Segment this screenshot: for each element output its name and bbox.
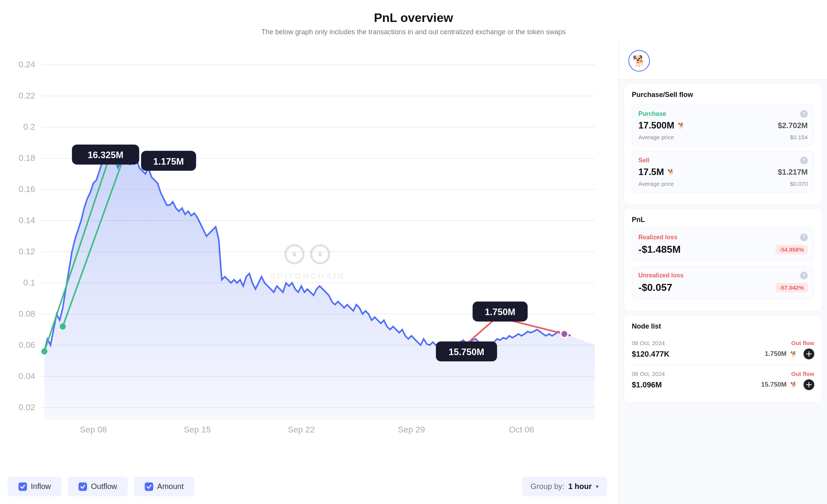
- node-tokens-2: 15.750M 🐕: [761, 379, 814, 390]
- svg-text:16.325M: 16.325M: [88, 150, 124, 160]
- node-header-row-1: 08 Oct, 2024 Out flow: [632, 340, 814, 346]
- unrealized-loss-card: Unrealized loss ? -$0.057 -57.042%: [632, 266, 814, 299]
- node-amount-row-1: $120.477K 1.750M 🐕: [632, 349, 814, 359]
- node-token-icon-1: 🐕: [789, 349, 798, 359]
- group-by-button[interactable]: Group by: 1 hour ▾: [522, 477, 607, 496]
- node-amount-row-2: $1.096M 15.750M 🐕: [632, 379, 814, 390]
- purchase-card-header: Purchase ?: [638, 110, 808, 118]
- sell-help-icon[interactable]: ?: [800, 157, 808, 164]
- outflow-label: Outflow: [91, 482, 117, 491]
- node-usd-2: $1.096M: [632, 381, 662, 389]
- svg-point-38: [562, 332, 566, 336]
- purchase-help-icon[interactable]: ?: [800, 110, 808, 118]
- hide-node-2[interactable]: [804, 379, 814, 390]
- sell-token-icon: 🐕: [666, 167, 676, 177]
- svg-text:0.14: 0.14: [18, 215, 35, 225]
- svg-text:0.18: 0.18: [18, 153, 35, 163]
- amount-label: Amount: [157, 482, 184, 491]
- amount-checkbox[interactable]: [145, 482, 153, 491]
- purchase-sell-section: Purchase/Sell flow Purchase ? 17.500M 🐕 …: [624, 83, 822, 205]
- unrealized-badge: -57.042%: [775, 283, 808, 292]
- purchase-amount: 17.500M 🐕: [638, 120, 686, 131]
- svg-text:1.750M: 1.750M: [485, 307, 515, 317]
- legend-inflow[interactable]: Inflow: [8, 477, 62, 496]
- svg-text:Sep 08: Sep 08: [80, 425, 107, 434]
- unrealized-label: Unrealized loss: [638, 272, 683, 279]
- right-panel: 🐕 Purchase/Sell flow Purchase ? 17.500M …: [619, 42, 827, 504]
- realized-badge: -54.958%: [775, 245, 808, 254]
- svg-text:Sep 29: Sep 29: [398, 425, 425, 434]
- node-date-1: 08 Oct, 2024: [632, 340, 665, 346]
- purchase-card: Purchase ? 17.500M 🐕 $2.702M Average pri…: [632, 104, 814, 146]
- page-subtitle: The below graph only includes the transa…: [0, 28, 827, 36]
- chart-area: ⊙⊙ SPITONCHAIN 0.24 0.22: [0, 42, 619, 504]
- realized-main-row: -$1.485M -54.958%: [638, 244, 808, 255]
- sell-card: Sell ? 17.5M 🐕 $1.217M Average price $0.…: [632, 151, 814, 193]
- svg-text:15.750M: 15.750M: [449, 347, 484, 357]
- node-usd-1: $120.477K: [632, 350, 670, 359]
- page-header: PnL overview The below graph only includ…: [0, 0, 827, 42]
- chart-container: ⊙⊙ SPITONCHAIN 0.24 0.22: [8, 46, 607, 470]
- svg-text:0.02: 0.02: [18, 402, 35, 412]
- purchase-token-icon: 🐕: [676, 121, 686, 130]
- group-by-value: 1 hour: [568, 482, 592, 491]
- node-header-row-2: 08 Oct, 2024 Out flow: [632, 370, 814, 377]
- node-item: 08 Oct, 2024 Out flow $1.096M 15.750M 🐕: [632, 365, 814, 396]
- svg-text:0.12: 0.12: [18, 247, 35, 256]
- pnl-title: PnL: [632, 216, 814, 224]
- node-list-section: Node list 08 Oct, 2024 Out flow $120.477…: [624, 315, 822, 403]
- realized-value: -$1.485M: [638, 244, 681, 255]
- node-token-icon-2: 🐕: [789, 380, 798, 389]
- legend-amount[interactable]: Amount: [134, 477, 194, 496]
- token-avatar: 🐕: [628, 50, 650, 72]
- svg-text:1.175M: 1.175M: [153, 156, 184, 166]
- sell-card-header: Sell ?: [638, 157, 808, 164]
- token-header: 🐕: [619, 42, 827, 80]
- svg-text:0.04: 0.04: [18, 371, 35, 381]
- unrealized-help-icon[interactable]: ?: [800, 272, 808, 279]
- svg-point-31: [41, 348, 47, 354]
- sell-usd: $1.217M: [778, 168, 808, 177]
- svg-text:0.06: 0.06: [18, 340, 35, 349]
- svg-text:0.16: 0.16: [18, 184, 35, 194]
- main-layout: ⊙⊙ SPITONCHAIN 0.24 0.22: [0, 42, 827, 504]
- node-tokens-1: 1.750M 🐕: [765, 349, 814, 359]
- svg-text:0.08: 0.08: [18, 309, 35, 319]
- chart-footer: Inflow Outflow Amount Gro: [8, 470, 607, 500]
- inflow-checkbox[interactable]: [18, 482, 27, 491]
- sell-avg-row: Average price $0.070: [638, 180, 808, 187]
- pnl-section: PnL Realized loss ? -$1.485M -54.958% Un…: [624, 209, 822, 311]
- realized-help-icon[interactable]: ?: [800, 234, 808, 241]
- svg-text:Oct 06: Oct 06: [509, 425, 534, 434]
- group-by-prefix: Group by:: [531, 482, 564, 491]
- sell-main-row: 17.5M 🐕 $1.217M: [638, 167, 808, 177]
- purchase-avg-row: Average price $0.154: [638, 134, 808, 140]
- inflow-label: Inflow: [31, 482, 51, 491]
- node-item: 08 Oct, 2024 Out flow $120.477K 1.750M 🐕: [632, 334, 814, 365]
- sell-amount: 17.5M 🐕: [638, 167, 676, 177]
- svg-text:0.2: 0.2: [23, 122, 35, 132]
- hide-node-1[interactable]: [804, 349, 814, 359]
- purchase-sell-title: Purchase/Sell flow: [632, 91, 814, 99]
- unrealized-main-row: -$0.057 -57.042%: [638, 282, 808, 294]
- node-date-2: 08 Oct, 2024: [632, 370, 665, 377]
- purchase-label: Purchase: [638, 110, 666, 117]
- node-list-title: Node list: [632, 322, 814, 330]
- node-flow-2: Out flow: [791, 370, 814, 377]
- sell-label: Sell: [638, 157, 649, 164]
- svg-text:0.22: 0.22: [18, 91, 35, 100]
- svg-text:0.24: 0.24: [18, 60, 35, 69]
- svg-text:Sep 15: Sep 15: [184, 425, 211, 434]
- node-flow-1: Out flow: [791, 340, 814, 346]
- purchase-main-row: 17.500M 🐕 $2.702M: [638, 120, 808, 131]
- price-chart: 0.24 0.22 0.2 0.18 0.16 0.14 0.12 0.1 0.…: [8, 46, 607, 470]
- legend-outflow[interactable]: Outflow: [68, 477, 128, 496]
- outflow-checkbox[interactable]: [79, 482, 87, 491]
- realized-label: Realized loss: [638, 234, 677, 241]
- svg-text:0.1: 0.1: [23, 278, 35, 287]
- realized-header: Realized loss ?: [638, 234, 808, 241]
- unrealized-header: Unrealized loss ?: [638, 272, 808, 279]
- purchase-usd: $2.702M: [778, 121, 808, 130]
- svg-text:Sep 22: Sep 22: [288, 425, 315, 434]
- unrealized-value: -$0.057: [638, 282, 672, 294]
